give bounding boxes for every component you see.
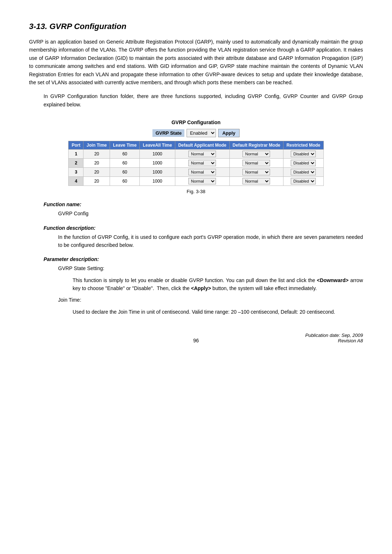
cell-leaveall_time: 1000 — [140, 159, 175, 168]
gvrp-config-table: Port Join Time Leave Time LeaveAll Time … — [68, 141, 323, 186]
join-time-text: Used to declare the Join Time in unit of… — [73, 308, 363, 316]
applicant-mode-select[interactable]: NormalFixedForbidden — [188, 151, 216, 157]
cell-applicant-mode[interactable]: NormalFixedForbidden — [175, 168, 229, 177]
fig-label: Fig. 3-38 — [187, 189, 205, 194]
cell-applicant-mode[interactable]: NormalFixedForbidden — [175, 150, 229, 159]
cell-registrar-mode[interactable]: NormalFixedForbidden — [229, 177, 283, 186]
cell-leave_time: 60 — [110, 168, 140, 177]
cell-leave_time: 60 — [110, 150, 140, 159]
table-row: 420601000NormalFixedForbiddenNormalFixed… — [69, 177, 323, 186]
col-header-registrar-mode: Default Registrar Mode — [229, 141, 283, 150]
figure-title: GVRP Configuration — [171, 119, 220, 125]
cell-applicant-mode[interactable]: NormalFixedForbidden — [175, 177, 229, 186]
cell-registrar-mode[interactable]: NormalFixedForbidden — [229, 159, 283, 168]
table-row: 320601000NormalFixedForbiddenNormalFixed… — [69, 168, 323, 177]
cell-applicant-mode[interactable]: NormalFixedForbidden — [175, 159, 229, 168]
restricted-mode-select[interactable]: DisabledEnabled — [291, 151, 316, 157]
col-header-port: Port — [69, 141, 83, 150]
table-row: 120601000NormalFixedForbiddenNormalFixed… — [69, 150, 323, 159]
cell-leave_time: 60 — [110, 159, 140, 168]
gvrp-state-setting-text: This function is simply to let you enabl… — [73, 276, 363, 293]
restricted-mode-select[interactable]: DisabledEnabled — [291, 169, 316, 175]
footer-pub-date: Publication date: Sep, 2009 — [305, 333, 363, 338]
cell-restricted-mode[interactable]: DisabledEnabled — [283, 177, 323, 186]
intro-paragraph-1: GVRP is an application based on Generic … — [29, 38, 363, 86]
col-header-applicant-mode: Default Applicant Mode — [175, 141, 229, 150]
join-time-label: Join Time: — [58, 296, 363, 304]
function-desc-text: In the function of GVRP Config, it is us… — [58, 233, 363, 249]
gvrp-state-setting-label: GVRP State Setting: — [58, 264, 363, 272]
col-header-join-time: Join Time — [83, 141, 110, 150]
table-header-row: Port Join Time Leave Time LeaveAll Time … — [69, 141, 323, 150]
cell-leaveall_time: 1000 — [140, 177, 175, 186]
cell-port: 2 — [69, 159, 83, 168]
cell-restricted-mode[interactable]: DisabledEnabled — [283, 159, 323, 168]
registrar-mode-select[interactable]: NormalFixedForbidden — [242, 151, 270, 157]
table-body: 120601000NormalFixedForbiddenNormalFixed… — [69, 150, 323, 186]
registrar-mode-select[interactable]: NormalFixedForbidden — [242, 160, 270, 166]
applicant-mode-select[interactable]: NormalFixedForbidden — [188, 169, 216, 175]
restricted-mode-select[interactable]: DisabledEnabled — [291, 178, 316, 184]
applicant-mode-select[interactable]: NormalFixedForbidden — [188, 160, 216, 166]
cell-leaveall_time: 1000 — [140, 168, 175, 177]
cell-port: 4 — [69, 177, 83, 186]
apply-button[interactable]: Apply — [218, 129, 239, 137]
col-header-leave-time: Leave Time — [110, 141, 140, 150]
col-header-leaveall-time: LeaveAll Time — [140, 141, 175, 150]
cell-join_time: 20 — [83, 177, 110, 186]
param-desc-heading: Parameter description: — [44, 256, 363, 262]
page-title: 3-13. GVRP Configuration — [29, 22, 363, 31]
cell-restricted-mode[interactable]: DisabledEnabled — [283, 168, 323, 177]
gvrp-state-row: GVRP State Enabled Disabled Apply — [152, 129, 239, 137]
table-row: 220601000NormalFixedForbiddenNormalFixed… — [69, 159, 323, 168]
cell-leave_time: 60 — [110, 177, 140, 186]
gvrp-state-label: GVRP State — [152, 129, 184, 137]
gvrp-state-select[interactable]: Enabled Disabled — [187, 129, 216, 137]
cell-restricted-mode[interactable]: DisabledEnabled — [283, 150, 323, 159]
cell-leaveall_time: 1000 — [140, 150, 175, 159]
cell-port: 3 — [69, 168, 83, 177]
footer: 96 Publication date: Sep, 2009 Revision … — [29, 338, 363, 343]
cell-port: 1 — [69, 150, 83, 159]
col-header-restricted-mode: Restricted Mode — [283, 141, 323, 150]
cell-join_time: 20 — [83, 159, 110, 168]
restricted-mode-select[interactable]: DisabledEnabled — [291, 160, 316, 166]
figure-container: GVRP Configuration GVRP State Enabled Di… — [29, 119, 363, 194]
intro-paragraph-2: In GVRP Configuration function folder, t… — [44, 92, 363, 109]
cell-registrar-mode[interactable]: NormalFixedForbidden — [229, 168, 283, 177]
registrar-mode-select[interactable]: NormalFixedForbidden — [242, 169, 270, 175]
cell-join_time: 20 — [83, 150, 110, 159]
function-desc-heading: Function description: — [44, 225, 363, 231]
cell-registrar-mode[interactable]: NormalFixedForbidden — [229, 150, 283, 159]
function-name-heading: Function name: — [44, 201, 363, 207]
footer-right: Publication date: Sep, 2009 Revision A8 — [305, 333, 363, 343]
function-name-value: GVRP Config — [58, 209, 363, 217]
applicant-mode-select[interactable]: NormalFixedForbidden — [188, 178, 216, 184]
footer-revision: Revision A8 — [305, 338, 363, 343]
registrar-mode-select[interactable]: NormalFixedForbidden — [242, 178, 270, 184]
cell-join_time: 20 — [83, 168, 110, 177]
